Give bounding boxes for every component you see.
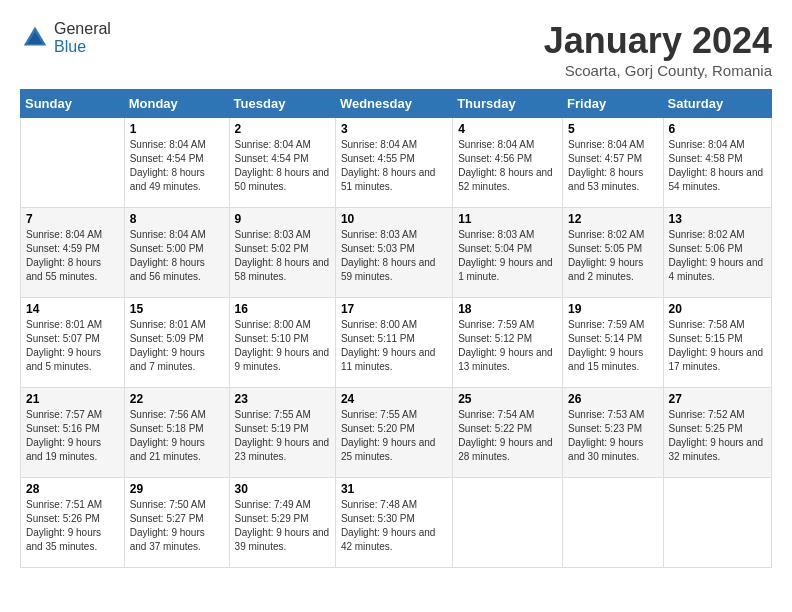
sunset: Sunset: 4:56 PM bbox=[458, 153, 532, 164]
sunset: Sunset: 4:54 PM bbox=[130, 153, 204, 164]
day-number: 15 bbox=[130, 302, 224, 316]
day-number: 8 bbox=[130, 212, 224, 226]
sunset: Sunset: 5:10 PM bbox=[235, 333, 309, 344]
daylight: Daylight: 8 hours and 50 minutes. bbox=[235, 167, 330, 192]
sunrise: Sunrise: 8:01 AM bbox=[26, 319, 102, 330]
daylight: Daylight: 9 hours and 5 minutes. bbox=[26, 347, 101, 372]
sunrise: Sunrise: 7:53 AM bbox=[568, 409, 644, 420]
calendar-cell: 18 Sunrise: 7:59 AM Sunset: 5:12 PM Dayl… bbox=[453, 298, 563, 388]
sunrise: Sunrise: 7:55 AM bbox=[235, 409, 311, 420]
calendar-cell bbox=[21, 118, 125, 208]
sunrise: Sunrise: 8:04 AM bbox=[130, 229, 206, 240]
sunrise: Sunrise: 8:03 AM bbox=[341, 229, 417, 240]
calendar-cell: 25 Sunrise: 7:54 AM Sunset: 5:22 PM Dayl… bbox=[453, 388, 563, 478]
header-sunday: Sunday bbox=[21, 90, 125, 118]
day-number: 31 bbox=[341, 482, 447, 496]
sunrise: Sunrise: 7:48 AM bbox=[341, 499, 417, 510]
calendar-body: 1 Sunrise: 8:04 AM Sunset: 4:54 PM Dayli… bbox=[21, 118, 772, 568]
page-header: General Blue January 2024 Scoarta, Gorj … bbox=[20, 20, 772, 79]
daylight: Daylight: 9 hours and 9 minutes. bbox=[235, 347, 330, 372]
calendar-week-3: 14 Sunrise: 8:01 AM Sunset: 5:07 PM Dayl… bbox=[21, 298, 772, 388]
day-info: Sunrise: 7:58 AM Sunset: 5:15 PM Dayligh… bbox=[669, 318, 766, 374]
calendar-cell bbox=[563, 478, 663, 568]
header-tuesday: Tuesday bbox=[229, 90, 335, 118]
day-info: Sunrise: 7:50 AM Sunset: 5:27 PM Dayligh… bbox=[130, 498, 224, 554]
calendar-cell: 27 Sunrise: 7:52 AM Sunset: 5:25 PM Dayl… bbox=[663, 388, 771, 478]
day-info: Sunrise: 7:49 AM Sunset: 5:29 PM Dayligh… bbox=[235, 498, 330, 554]
calendar-cell: 28 Sunrise: 7:51 AM Sunset: 5:26 PM Dayl… bbox=[21, 478, 125, 568]
sunrise: Sunrise: 8:04 AM bbox=[130, 139, 206, 150]
day-info: Sunrise: 8:02 AM Sunset: 5:05 PM Dayligh… bbox=[568, 228, 657, 284]
calendar-cell: 19 Sunrise: 7:59 AM Sunset: 5:14 PM Dayl… bbox=[563, 298, 663, 388]
daylight: Daylight: 9 hours and 13 minutes. bbox=[458, 347, 553, 372]
day-info: Sunrise: 8:04 AM Sunset: 4:54 PM Dayligh… bbox=[235, 138, 330, 194]
day-number: 25 bbox=[458, 392, 557, 406]
sunrise: Sunrise: 8:03 AM bbox=[458, 229, 534, 240]
daylight: Daylight: 8 hours and 58 minutes. bbox=[235, 257, 330, 282]
day-info: Sunrise: 8:04 AM Sunset: 4:56 PM Dayligh… bbox=[458, 138, 557, 194]
logo-blue-text: Blue bbox=[54, 38, 86, 55]
daylight: Daylight: 8 hours and 56 minutes. bbox=[130, 257, 205, 282]
sunrise: Sunrise: 7:59 AM bbox=[458, 319, 534, 330]
day-info: Sunrise: 8:03 AM Sunset: 5:03 PM Dayligh… bbox=[341, 228, 447, 284]
day-info: Sunrise: 8:01 AM Sunset: 5:07 PM Dayligh… bbox=[26, 318, 119, 374]
calendar-cell: 20 Sunrise: 7:58 AM Sunset: 5:15 PM Dayl… bbox=[663, 298, 771, 388]
sunset: Sunset: 5:15 PM bbox=[669, 333, 743, 344]
day-number: 17 bbox=[341, 302, 447, 316]
calendar-cell: 26 Sunrise: 7:53 AM Sunset: 5:23 PM Dayl… bbox=[563, 388, 663, 478]
day-info: Sunrise: 7:55 AM Sunset: 5:20 PM Dayligh… bbox=[341, 408, 447, 464]
daylight: Daylight: 8 hours and 54 minutes. bbox=[669, 167, 764, 192]
daylight: Daylight: 9 hours and 1 minute. bbox=[458, 257, 553, 282]
day-number: 12 bbox=[568, 212, 657, 226]
sunrise: Sunrise: 7:56 AM bbox=[130, 409, 206, 420]
calendar-cell: 4 Sunrise: 8:04 AM Sunset: 4:56 PM Dayli… bbox=[453, 118, 563, 208]
daylight: Daylight: 8 hours and 59 minutes. bbox=[341, 257, 436, 282]
sunset: Sunset: 5:27 PM bbox=[130, 513, 204, 524]
day-number: 18 bbox=[458, 302, 557, 316]
calendar-cell: 15 Sunrise: 8:01 AM Sunset: 5:09 PM Dayl… bbox=[124, 298, 229, 388]
calendar-week-2: 7 Sunrise: 8:04 AM Sunset: 4:59 PM Dayli… bbox=[21, 208, 772, 298]
day-info: Sunrise: 8:04 AM Sunset: 4:59 PM Dayligh… bbox=[26, 228, 119, 284]
sunrise: Sunrise: 7:59 AM bbox=[568, 319, 644, 330]
calendar-cell: 5 Sunrise: 8:04 AM Sunset: 4:57 PM Dayli… bbox=[563, 118, 663, 208]
calendar-cell bbox=[663, 478, 771, 568]
calendar-header: Sunday Monday Tuesday Wednesday Thursday… bbox=[21, 90, 772, 118]
sunset: Sunset: 5:19 PM bbox=[235, 423, 309, 434]
calendar-cell: 8 Sunrise: 8:04 AM Sunset: 5:00 PM Dayli… bbox=[124, 208, 229, 298]
day-number: 26 bbox=[568, 392, 657, 406]
sunset: Sunset: 5:04 PM bbox=[458, 243, 532, 254]
day-info: Sunrise: 7:59 AM Sunset: 5:14 PM Dayligh… bbox=[568, 318, 657, 374]
day-info: Sunrise: 8:04 AM Sunset: 4:57 PM Dayligh… bbox=[568, 138, 657, 194]
day-number: 23 bbox=[235, 392, 330, 406]
daylight: Daylight: 9 hours and 42 minutes. bbox=[341, 527, 436, 552]
daylight: Daylight: 9 hours and 32 minutes. bbox=[669, 437, 764, 462]
calendar-table: Sunday Monday Tuesday Wednesday Thursday… bbox=[20, 89, 772, 568]
header-wednesday: Wednesday bbox=[335, 90, 452, 118]
daylight: Daylight: 9 hours and 17 minutes. bbox=[669, 347, 764, 372]
day-number: 21 bbox=[26, 392, 119, 406]
day-number: 10 bbox=[341, 212, 447, 226]
calendar-cell: 24 Sunrise: 7:55 AM Sunset: 5:20 PM Dayl… bbox=[335, 388, 452, 478]
sunset: Sunset: 5:18 PM bbox=[130, 423, 204, 434]
day-info: Sunrise: 7:53 AM Sunset: 5:23 PM Dayligh… bbox=[568, 408, 657, 464]
daylight: Daylight: 8 hours and 49 minutes. bbox=[130, 167, 205, 192]
calendar-cell: 31 Sunrise: 7:48 AM Sunset: 5:30 PM Dayl… bbox=[335, 478, 452, 568]
calendar-cell: 1 Sunrise: 8:04 AM Sunset: 4:54 PM Dayli… bbox=[124, 118, 229, 208]
day-number: 16 bbox=[235, 302, 330, 316]
sunset: Sunset: 5:22 PM bbox=[458, 423, 532, 434]
sunset: Sunset: 5:12 PM bbox=[458, 333, 532, 344]
sunset: Sunset: 5:25 PM bbox=[669, 423, 743, 434]
daylight: Daylight: 9 hours and 11 minutes. bbox=[341, 347, 436, 372]
day-info: Sunrise: 7:48 AM Sunset: 5:30 PM Dayligh… bbox=[341, 498, 447, 554]
sunrise: Sunrise: 8:02 AM bbox=[669, 229, 745, 240]
sunset: Sunset: 5:02 PM bbox=[235, 243, 309, 254]
daylight: Daylight: 9 hours and 15 minutes. bbox=[568, 347, 643, 372]
day-info: Sunrise: 8:04 AM Sunset: 5:00 PM Dayligh… bbox=[130, 228, 224, 284]
day-number: 27 bbox=[669, 392, 766, 406]
daylight: Daylight: 8 hours and 52 minutes. bbox=[458, 167, 553, 192]
sunrise: Sunrise: 7:54 AM bbox=[458, 409, 534, 420]
day-info: Sunrise: 7:52 AM Sunset: 5:25 PM Dayligh… bbox=[669, 408, 766, 464]
day-info: Sunrise: 7:56 AM Sunset: 5:18 PM Dayligh… bbox=[130, 408, 224, 464]
sunset: Sunset: 4:59 PM bbox=[26, 243, 100, 254]
day-info: Sunrise: 8:04 AM Sunset: 4:58 PM Dayligh… bbox=[669, 138, 766, 194]
